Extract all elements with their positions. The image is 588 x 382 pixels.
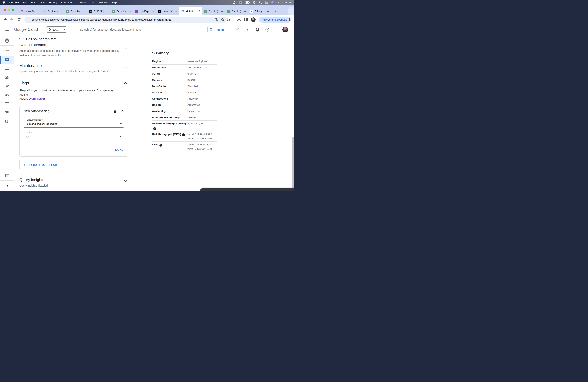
learn-more-link[interactable]: Learn more <box>29 97 42 100</box>
done-button[interactable]: DONE <box>115 148 124 151</box>
sidebar-item-observability[interactable] <box>0 73 14 82</box>
project-picker-button[interactable]: test <box>46 26 67 33</box>
side-panel-icon[interactable] <box>244 18 248 21</box>
zoom-window-button[interactable] <box>12 9 14 11</box>
menu-help[interactable]: Help <box>112 1 117 4</box>
choose-flag-select[interactable]: Choose a flag * cloudsql.logical_decodin… <box>23 120 124 127</box>
menu-view[interactable]: View <box>40 1 45 4</box>
sidebar-collapse-button[interactable] <box>0 182 14 190</box>
tab-close-icon[interactable]: ✕ <box>83 10 86 12</box>
collapse-flag-card-icon[interactable] <box>121 110 125 112</box>
site-settings-icon[interactable] <box>27 18 30 21</box>
tab[interactable]: DLog Expl✕ <box>133 7 156 15</box>
tab[interactable]: XHome / X✕ <box>156 7 179 15</box>
tab-active[interactable]: Edit sai-✕ <box>179 7 202 15</box>
forward-button[interactable] <box>10 18 14 21</box>
sidebar-item-release-notes[interactable] <box>0 171 14 180</box>
summary-row-value: PostgreSQL 15.4 <box>188 65 217 70</box>
tab-close-icon[interactable]: ✕ <box>244 10 246 12</box>
minimize-window-button[interactable] <box>8 9 10 11</box>
menu-edit[interactable]: Edit <box>31 1 35 4</box>
release-notes-icon[interactable] <box>235 27 240 32</box>
bookmark-star-icon[interactable] <box>221 18 224 21</box>
reload-button[interactable] <box>17 18 21 21</box>
gcp-search-input[interactable]: Search (/) for resources, docs, products… <box>77 26 208 33</box>
tab[interactable]: ◆Editing✕ <box>248 7 271 15</box>
navigation-menu-icon[interactable] <box>5 28 9 31</box>
chrome-menu-icon[interactable]: ●●● <box>289 19 290 21</box>
tab-close-icon[interactable]: ✕ <box>37 10 40 12</box>
delete-flag-icon[interactable] <box>114 110 116 113</box>
status-blocks-icon[interactable] <box>233 1 236 4</box>
help-icon[interactable]: ? <box>159 144 162 147</box>
back-arrow-button[interactable] <box>18 37 22 42</box>
google-cloud-logo[interactable]: GoogleCloud <box>14 27 38 32</box>
zoom-page-icon[interactable] <box>215 18 218 21</box>
notifications-bell-icon[interactable] <box>255 27 259 32</box>
flag-value-select[interactable]: Value * On <box>23 133 124 140</box>
back-button[interactable] <box>3 18 7 21</box>
extensions-icon[interactable] <box>227 18 231 21</box>
sidebar-item-monitoring[interactable] <box>0 64 14 73</box>
spotlight-search-icon[interactable] <box>259 1 262 4</box>
control-center-icon[interactable] <box>265 1 268 4</box>
new-chrome-available-button[interactable]: New Chrome available ●●● <box>259 17 291 22</box>
menu-app-name[interactable]: Chrome <box>9 1 19 4</box>
account-avatar[interactable] <box>282 27 288 32</box>
expand-maintenance-icon[interactable] <box>124 66 127 68</box>
expand-query-insights-icon[interactable] <box>124 180 127 182</box>
new-tab-button[interactable]: + <box>273 9 278 14</box>
add-database-flag-button[interactable]: ADD A DATABASE FLAG <box>20 160 128 170</box>
battery-icon[interactable] <box>245 1 250 3</box>
tab-close-icon[interactable]: ✕ <box>198 10 200 12</box>
tab[interactable]: PPeerdb (✕ <box>202 7 225 15</box>
sidebar-item-connections[interactable] <box>0 82 14 90</box>
tab-close-icon[interactable]: ✕ <box>129 10 132 12</box>
tab-close-icon[interactable]: ✕ <box>152 10 155 12</box>
menu-profiles[interactable]: Profiles <box>78 1 86 4</box>
tab[interactable]: PPeerdb (✕ <box>64 7 87 15</box>
sidebar-item-overview[interactable] <box>0 56 14 64</box>
wifi-icon[interactable] <box>253 1 256 4</box>
gcp-search-button[interactable]: Search <box>208 26 226 33</box>
tab-close-icon[interactable]: ✕ <box>60 10 63 12</box>
tab-search-button[interactable] <box>288 7 294 15</box>
sidebar-item-operations[interactable] <box>0 126 14 134</box>
url-text[interactable]: console.cloud.google.com/sql/instances/s… <box>32 18 215 21</box>
menu-tab[interactable]: Tab <box>90 1 94 4</box>
sidebar-item-users[interactable] <box>0 91 14 99</box>
menu-bookmarks[interactable]: Bookmarks <box>61 1 74 4</box>
menu-file[interactable]: File <box>23 1 27 4</box>
apple-menu-icon[interactable] <box>3 1 5 4</box>
tab[interactable]: PPeerdb (✕ <box>225 7 248 15</box>
tab-close-icon[interactable]: ✕ <box>221 10 223 12</box>
menu-window[interactable]: Window <box>98 1 107 4</box>
sidebar-item-backups[interactable] <box>0 108 14 117</box>
status-app-icon[interactable] <box>239 1 242 4</box>
tab-close-icon[interactable]: ✕ <box>175 10 178 12</box>
sidebar-item-databases[interactable] <box>0 100 14 108</box>
menu-history[interactable]: History <box>49 1 57 4</box>
more-options-icon[interactable] <box>275 27 276 32</box>
tab[interactable]: MInbox (5✕ <box>19 7 42 15</box>
close-window-button[interactable] <box>4 9 6 11</box>
expand-data-protection-icon[interactable] <box>124 47 127 49</box>
collapse-flags-icon[interactable] <box>124 82 127 84</box>
downloads-icon[interactable] <box>237 18 241 21</box>
address-bar[interactable]: console.cloud.google.com/sql/instances/s… <box>24 17 227 23</box>
sidebar-item-replicas[interactable] <box>0 117 14 125</box>
cloud-shell-icon[interactable] <box>245 27 250 32</box>
vertical-scrollbar-thumb[interactable] <box>292 137 294 189</box>
tab[interactable]: PConferen✕ <box>42 7 64 15</box>
browser-profile-avatar[interactable] <box>251 17 256 22</box>
help-icon[interactable]: ? <box>265 27 270 32</box>
help-icon[interactable]: ? <box>182 133 185 136</box>
help-icon[interactable]: ? <box>153 127 156 130</box>
tab-close-icon[interactable]: ✕ <box>106 10 109 12</box>
tab[interactable]: DADAIS24 (✕ <box>87 7 110 15</box>
tab-close-icon[interactable]: ✕ <box>267 10 269 12</box>
tab[interactable]: PPeerdb (✕ <box>110 7 133 15</box>
menu-bar-clock[interactable]: Sat 1:29 PM <box>277 1 291 4</box>
scroll-area: Data Protection Automatic backups enable… <box>14 44 294 191</box>
siri-icon[interactable] <box>271 1 274 4</box>
